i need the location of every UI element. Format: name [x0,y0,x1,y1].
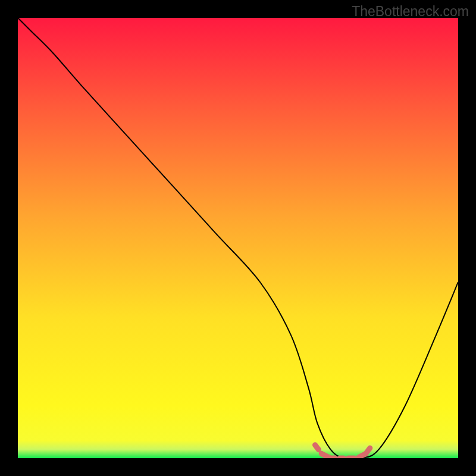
watermark-text: TheBottleneck.com [352,4,469,20]
chart-container [18,18,458,458]
gradient-background [18,18,458,458]
chart-svg [18,18,458,458]
